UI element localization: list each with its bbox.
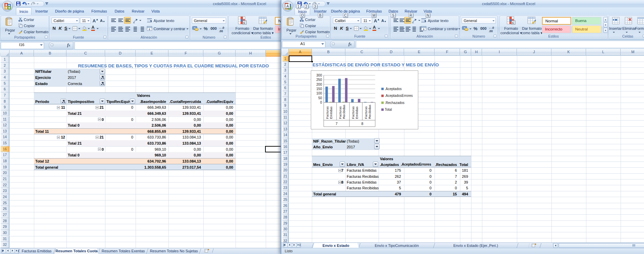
svg-text:Facturas: Facturas [338,106,342,119]
svg-text:Emitidas: Emitidas [355,106,359,119]
svg-text:.Rechazados: .Rechazados [385,101,404,105]
svg-text:Facturas: Facturas [325,106,329,119]
svg-text:.Aceptados: .Aceptados [385,87,402,91]
svg-text:250: 250 [316,78,322,82]
svg-text:200: 200 [316,83,322,86]
svg-text:Recibidas: Recibidas [368,105,371,119]
svg-text:Recibidas: Recibidas [342,105,346,119]
svg-text:8: 8 [361,122,363,126]
svg-text:300: 300 [316,73,322,77]
svg-text:Facturas: Facturas [351,106,355,119]
svg-text:0: 0 [320,101,322,104]
svg-text:7: 7 [336,122,338,126]
svg-text:150: 150 [316,87,322,91]
svg-text:Emitidas: Emitidas [329,106,333,119]
svg-text:Facturas: Facturas [364,106,368,119]
svg-text:≤: ≤ [512,21,514,24]
svg-text:Total: Total [385,108,392,111]
svg-text:≤: ≤ [243,21,245,24]
svg-text:.AceptadosErrores: .AceptadosErrores [385,94,413,98]
svg-text:50: 50 [318,96,322,100]
svg-text:100: 100 [316,91,322,95]
